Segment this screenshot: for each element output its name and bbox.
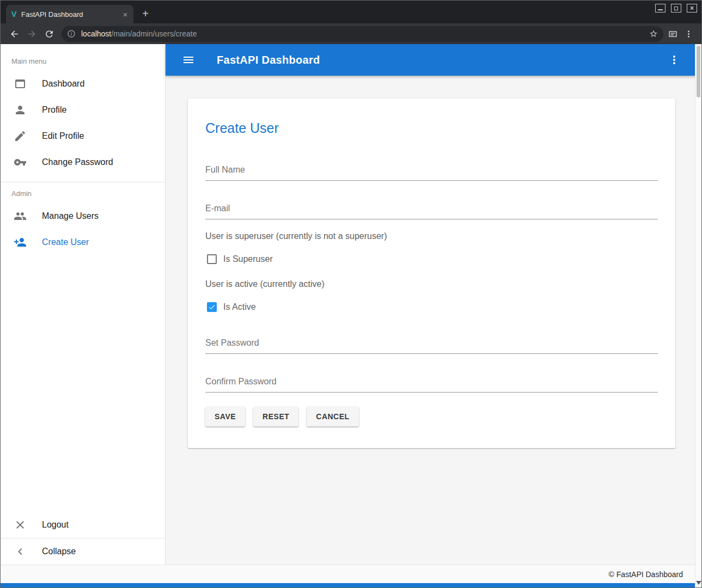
- sidebar-item-manage-users[interactable]: Manage Users: [1, 203, 165, 229]
- url-path: /main/admin/users/create: [111, 29, 197, 38]
- maximize-button[interactable]: [671, 4, 681, 13]
- is-active-checkbox[interactable]: [207, 302, 217, 312]
- confirm-password-input[interactable]: [205, 372, 658, 393]
- close-icon: ×: [690, 5, 694, 11]
- superuser-hint: User is superuser (currently is not a su…: [205, 231, 658, 241]
- scrollbar[interactable]: [695, 44, 701, 587]
- page-info-icon[interactable]: [67, 29, 76, 38]
- people-icon: [14, 210, 27, 223]
- logout-close-icon: [14, 518, 27, 531]
- bookmark-star-icon[interactable]: [649, 29, 658, 38]
- sidebar-item-label: Edit Profile: [42, 131, 84, 141]
- is-superuser-checkbox[interactable]: [207, 254, 217, 264]
- maximize-icon: [674, 7, 678, 10]
- sidebar-bottom: Logout Collapse: [1, 512, 165, 565]
- reset-button[interactable]: RESET: [253, 407, 298, 426]
- pencil-icon: [14, 130, 27, 143]
- close-button[interactable]: ×: [687, 4, 697, 13]
- kebab-menu-icon: [668, 53, 681, 66]
- back-button[interactable]: [6, 26, 22, 42]
- sidebar-item-logout[interactable]: Logout: [1, 512, 165, 538]
- page: Main menu Dashboard Profile Edit Profile…: [1, 44, 701, 565]
- vuetify-favicon-icon: V: [11, 10, 21, 19]
- forward-arrow-icon: [27, 29, 37, 39]
- sidebar-item-label: Collapse: [42, 547, 76, 556]
- active-checkbox-row: Is Active: [207, 302, 658, 312]
- main-area: FastAPI Dashboard Create User User is su…: [166, 44, 701, 565]
- key-icon: [14, 156, 27, 169]
- tab-close-icon[interactable]: ×: [120, 9, 130, 19]
- reload-button[interactable]: [41, 26, 57, 42]
- page-footer: © FastAPI Dashboard: [1, 565, 701, 583]
- sidebar-item-dashboard[interactable]: Dashboard: [1, 71, 165, 97]
- new-tab-button[interactable]: +: [138, 6, 153, 21]
- sidebar-item-label: Create User: [42, 237, 89, 247]
- is-active-label: Is Active: [223, 302, 256, 312]
- browser-toolbar: localhost/main/admin/users/create: [1, 23, 701, 44]
- page-content: Create User User is superuser (currently…: [166, 76, 701, 565]
- full-name-input[interactable]: [205, 161, 658, 181]
- app-title: FastAPI Dashboard: [217, 54, 320, 66]
- sidebar-item-profile[interactable]: Profile: [1, 97, 165, 123]
- page-title: Create User: [205, 120, 658, 136]
- form-actions: SAVE RESET CANCEL: [205, 407, 658, 426]
- set-password-input[interactable]: [205, 334, 658, 354]
- web-viewport: Main menu Dashboard Profile Edit Profile…: [1, 44, 701, 587]
- window-controls: ×: [655, 4, 697, 13]
- scrollbar-down-arrow-icon[interactable]: [696, 581, 701, 585]
- address-bar[interactable]: localhost/main/admin/users/create: [62, 26, 663, 42]
- sidebar-item-change-password[interactable]: Change Password: [1, 149, 165, 175]
- browser-tab[interactable]: V FastAPI Dashboard ×: [6, 5, 133, 23]
- browser-menu-icon[interactable]: [683, 29, 694, 39]
- sidebar-item-edit-profile[interactable]: Edit Profile: [1, 123, 165, 149]
- sidebar-section-admin: Admin: [1, 182, 165, 203]
- back-arrow-icon: [9, 29, 20, 39]
- sidebar: Main menu Dashboard Profile Edit Profile…: [1, 44, 166, 565]
- dashboard-icon: [14, 77, 27, 90]
- chevron-left-icon: [14, 545, 27, 558]
- appbar-menu-button[interactable]: [664, 50, 684, 70]
- minimize-button[interactable]: [655, 4, 666, 13]
- sidebar-item-collapse[interactable]: Collapse: [1, 538, 165, 565]
- sidebar-section-main-menu: Main menu: [1, 44, 165, 71]
- sidebar-item-label: Change Password: [42, 157, 113, 167]
- cancel-button[interactable]: CANCEL: [307, 407, 358, 426]
- minimize-icon: [658, 9, 663, 10]
- browser-titlebar: V FastAPI Dashboard × + ×: [1, 1, 701, 23]
- scrollbar-thumb[interactable]: [697, 46, 700, 97]
- extension-icon[interactable]: [668, 29, 678, 39]
- browser-window: V FastAPI Dashboard × + × localhost/main…: [0, 0, 702, 588]
- url-host: localhost: [81, 29, 111, 38]
- footer-accent-bar: [1, 583, 701, 587]
- toolbar-right: [668, 29, 696, 39]
- sidebar-item-label: Manage Users: [42, 211, 99, 221]
- hamburger-icon: [182, 53, 195, 66]
- sidebar-item-label: Profile: [42, 105, 66, 115]
- email-input[interactable]: [205, 199, 658, 219]
- person-icon: [14, 103, 27, 117]
- tab-title: FastAPI Dashboard: [21, 10, 120, 19]
- footer-copyright: © FastAPI Dashboard: [609, 570, 683, 579]
- create-user-card: Create User User is superuser (currently…: [188, 99, 675, 448]
- active-hint: User is active (currently active): [205, 279, 658, 289]
- person-add-icon: [14, 236, 27, 249]
- app-bar: FastAPI Dashboard: [166, 44, 701, 76]
- url-text: localhost/main/admin/users/create: [81, 29, 197, 38]
- is-superuser-label: Is Superuser: [223, 254, 273, 264]
- save-button[interactable]: SAVE: [205, 407, 245, 426]
- forward-button[interactable]: [23, 26, 40, 42]
- sidebar-item-label: Logout: [42, 520, 69, 530]
- sidebar-item-label: Dashboard: [42, 79, 84, 89]
- check-icon: [208, 303, 216, 311]
- reload-icon: [44, 29, 54, 39]
- hamburger-menu-button[interactable]: [179, 50, 198, 70]
- superuser-checkbox-row: Is Superuser: [207, 254, 658, 264]
- sidebar-item-create-user[interactable]: Create User: [1, 229, 165, 255]
